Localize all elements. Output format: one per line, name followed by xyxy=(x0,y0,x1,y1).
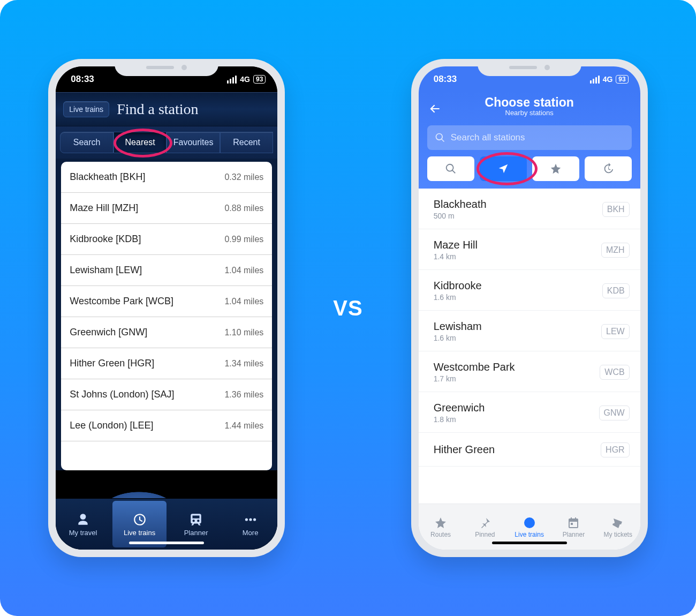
station-row[interactable]: Maze Hill1.4 kmMZH xyxy=(419,229,640,270)
station-label: Greenwich [GNW] xyxy=(70,327,147,338)
nav-my-travel[interactable]: My travel xyxy=(56,499,110,550)
clock-icon xyxy=(523,516,536,530)
station-row[interactable]: Blackheath500 mBKH xyxy=(419,189,640,229)
station-code: WCB xyxy=(600,365,629,380)
status-network: 4G xyxy=(603,75,613,84)
station-label: Westcombe Park [WCB] xyxy=(70,296,173,307)
station-row[interactable]: Westcombe Park1.7 kmWCB xyxy=(419,351,640,392)
station-row[interactable]: Lewisham [LEW]1.04 miles xyxy=(61,255,272,286)
nav-label: My tickets xyxy=(604,531,632,538)
pin-icon xyxy=(478,516,492,530)
phone-notch xyxy=(478,59,581,76)
signal-icon xyxy=(590,76,600,84)
station-label: Lewisham [LEW] xyxy=(70,265,142,276)
comparison-canvas: 08:33 4G 93 Live trains Find a station S… xyxy=(0,0,696,616)
search-input[interactable] xyxy=(427,125,632,150)
station-label: Hither Green [HGR] xyxy=(70,358,154,369)
segment-recent[interactable] xyxy=(585,156,632,181)
station-distance: 0.99 miles xyxy=(224,235,263,244)
nav-label: Planner xyxy=(563,531,585,538)
nav-live-trains[interactable]: Live trains xyxy=(112,501,167,547)
station-list: Blackheath500 mBKHMaze Hill1.4 kmMZHKidb… xyxy=(419,189,640,467)
station-distance: 0.88 miles xyxy=(224,204,263,213)
station-label: Maze Hill [MZH] xyxy=(70,202,138,214)
svg-point-1 xyxy=(249,518,252,521)
station-distance: 500 m xyxy=(434,212,487,220)
station-row[interactable]: Maze Hill [MZH]0.88 miles xyxy=(61,193,272,224)
tab-recent[interactable]: Recent xyxy=(220,132,274,153)
station-distance: 1.6 km xyxy=(434,293,482,302)
header: Choose station Nearby stations xyxy=(419,92,640,189)
header: Live trains Find a station xyxy=(56,92,277,126)
train-icon xyxy=(188,512,203,527)
station-distance: 1.6 km xyxy=(434,334,482,342)
station-name: Westcombe Park xyxy=(434,361,515,373)
nav-label: Planner xyxy=(184,529,208,537)
station-row[interactable]: Kidbrooke [KDB]0.99 miles xyxy=(61,224,272,255)
segment-favourites[interactable] xyxy=(532,156,579,181)
station-code: HGR xyxy=(601,442,630,457)
star-icon xyxy=(550,163,562,175)
search-field[interactable] xyxy=(451,132,624,143)
station-row[interactable]: Lee (London) [LEE]1.44 miles xyxy=(61,410,272,441)
svg-point-0 xyxy=(245,518,247,521)
station-row[interactable]: Hither Green [HGR]1.34 miles xyxy=(61,348,272,379)
more-icon xyxy=(243,512,258,527)
segment-nearby[interactable] xyxy=(480,156,527,181)
station-row[interactable]: Greenwich1.8 kmGNW xyxy=(419,392,640,433)
ticket-icon xyxy=(611,516,625,530)
nav-my-tickets[interactable]: My tickets xyxy=(596,504,640,550)
nav-label: Routes xyxy=(430,531,451,538)
station-distance: 1.44 miles xyxy=(224,421,263,431)
home-indicator xyxy=(492,542,567,544)
back-button[interactable] xyxy=(427,101,442,116)
search-icon xyxy=(445,163,457,175)
arrow-left-icon xyxy=(428,102,442,116)
nav-label: Live trains xyxy=(124,529,155,537)
station-row[interactable]: Greenwich [GNW]1.10 miles xyxy=(61,317,272,348)
person-icon xyxy=(75,512,90,527)
bottom-chrome: My travel Live trains Planner More xyxy=(56,477,277,550)
station-name: Kidbrooke xyxy=(434,280,482,292)
station-code: KDB xyxy=(602,283,630,298)
station-distance: 1.04 miles xyxy=(224,297,263,306)
page-subtitle: Nearby stations xyxy=(419,109,640,117)
status-network: 4G xyxy=(240,75,250,84)
station-name: Lewisham xyxy=(434,320,482,333)
phone-frame-new: 08:33 4G 93 Choose station Nearby statio… xyxy=(411,59,648,557)
station-distance: 1.04 miles xyxy=(224,266,263,275)
calendar-icon xyxy=(566,516,580,530)
star-icon xyxy=(434,516,448,530)
station-row[interactable]: Lewisham1.6 kmLEW xyxy=(419,311,640,351)
station-distance: 1.8 km xyxy=(434,415,485,424)
tab-favourites[interactable]: Favourites xyxy=(167,132,220,153)
station-row[interactable]: Kidbrooke1.6 kmKDB xyxy=(419,270,640,311)
tab-search[interactable]: Search xyxy=(60,132,114,153)
station-row[interactable]: Westcombe Park [WCB]1.04 miles xyxy=(61,286,272,317)
clock-icon xyxy=(132,512,147,527)
nav-label: More xyxy=(243,529,259,537)
station-code: BKH xyxy=(602,202,630,217)
status-time: 08:33 xyxy=(71,74,94,85)
search-icon xyxy=(435,132,445,143)
station-row[interactable]: Blackheath [BKH]0.32 miles xyxy=(61,162,272,193)
nav-more[interactable]: More xyxy=(223,499,278,550)
history-icon xyxy=(602,163,614,175)
nav-routes[interactable]: Routes xyxy=(419,504,463,550)
station-distance: 1.36 miles xyxy=(224,390,263,400)
page-title: Find a station xyxy=(117,101,198,118)
segment-search[interactable] xyxy=(427,156,474,181)
back-button[interactable]: Live trains xyxy=(63,101,109,117)
phone-notch xyxy=(115,59,218,76)
station-code: LEW xyxy=(601,324,630,339)
battery-icon: 93 xyxy=(253,75,266,84)
station-label: Lee (London) [LEE] xyxy=(70,420,153,431)
tab-nearest[interactable]: Nearest xyxy=(114,132,167,153)
nav-label: Pinned xyxy=(475,531,495,538)
status-time: 08:33 xyxy=(434,74,457,85)
station-row[interactable]: Hither GreenHGR xyxy=(419,433,640,467)
svg-point-2 xyxy=(253,518,256,521)
station-distance: 1.10 miles xyxy=(224,328,263,337)
station-code: GNW xyxy=(599,405,630,420)
station-row[interactable]: St Johns (London) [SAJ]1.36 miles xyxy=(61,379,272,410)
